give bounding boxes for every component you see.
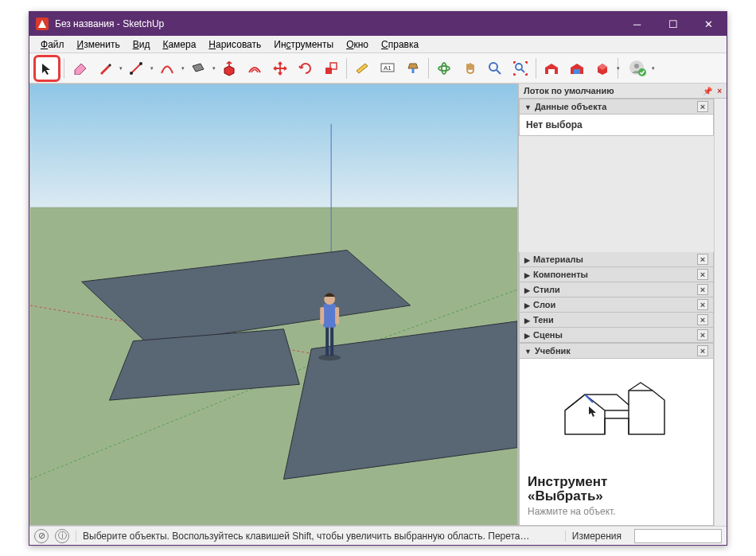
panel-close-icon[interactable]: × xyxy=(697,284,708,295)
svg-rect-18 xyxy=(30,84,517,208)
instructor-tool-name: Инструмент «Выбрать» xyxy=(528,475,705,504)
toolbar-separator xyxy=(346,58,347,79)
svg-rect-32 xyxy=(323,304,336,328)
line-tool-button[interactable]: ▾ xyxy=(124,56,148,80)
panel-close-icon[interactable]: × xyxy=(697,345,708,356)
window-title: Без названия - SketchUp xyxy=(55,18,619,29)
zoom-tool-button[interactable] xyxy=(483,56,507,80)
measurements-label: Измерения xyxy=(565,531,628,542)
svg-point-8 xyxy=(442,63,446,74)
pencil-tool-button[interactable]: ▾ xyxy=(93,56,117,80)
app-icon xyxy=(36,17,49,30)
svg-rect-34 xyxy=(335,307,339,325)
panel-entity-info[interactable]: ▼Данные объекта × xyxy=(519,99,714,115)
minimize-button[interactable]: ─ xyxy=(619,12,655,36)
panel-materials[interactable]: ▶Материалы × xyxy=(519,252,714,267)
svg-line-0 xyxy=(131,64,141,73)
close-button[interactable]: ✕ xyxy=(691,12,727,36)
warehouse-blue-button[interactable] xyxy=(565,56,589,80)
menu-edit[interactable]: Изменить xyxy=(71,37,127,52)
panel-close-icon[interactable]: × xyxy=(697,329,708,340)
menu-draw[interactable]: Нарисовать xyxy=(202,37,267,52)
toolbar-separator xyxy=(64,58,64,79)
svg-rect-5 xyxy=(381,64,394,72)
svg-text:A1: A1 xyxy=(384,64,392,72)
maximize-button[interactable]: ☐ xyxy=(655,12,691,36)
orbit-tool-button[interactable] xyxy=(432,56,456,80)
menu-window[interactable]: Окно xyxy=(340,37,375,52)
svg-rect-31 xyxy=(330,326,333,356)
credits-icon[interactable]: ⓘ xyxy=(55,529,69,543)
panel-close-icon[interactable]: × xyxy=(697,299,708,310)
pin-icon[interactable]: 📌 xyxy=(703,87,712,95)
panel-components[interactable]: ▶Компоненты × xyxy=(519,267,714,282)
measurements-input[interactable] xyxy=(634,529,722,543)
svg-point-11 xyxy=(516,64,522,70)
move-tool-button[interactable] xyxy=(268,56,292,80)
pan-tool-button[interactable] xyxy=(458,56,481,80)
offset-tool-button[interactable] xyxy=(243,56,267,80)
default-tray: Лоток по умолчанию 📌 × ▼Данные объекта ×… xyxy=(518,84,727,526)
panel-instructor[interactable]: ▼Учебник × xyxy=(519,343,714,359)
statusbar: ⊘ ⓘ Выберите объекты. Воспользуйтесь кла… xyxy=(29,526,727,545)
toolbar-separator xyxy=(428,58,429,79)
svg-rect-13 xyxy=(548,69,555,74)
svg-point-15 xyxy=(629,60,644,75)
panel-close-icon[interactable]: × xyxy=(697,314,708,325)
svg-point-9 xyxy=(489,63,497,71)
toolbar-separator xyxy=(536,58,536,79)
menubar: Файл Изменить Вид Камера Нарисовать Инст… xyxy=(29,36,727,53)
instructor-illustration xyxy=(549,375,684,462)
geolocation-icon[interactable]: ⊘ xyxy=(34,529,49,543)
panel-scenes[interactable]: ▶Сцены × xyxy=(519,328,714,343)
panel-close-icon[interactable]: × xyxy=(697,101,708,112)
instructor-hint: Нажмите на объект. xyxy=(528,506,705,517)
text-tool-button[interactable]: A1 xyxy=(376,56,399,80)
menu-file[interactable]: Файл xyxy=(34,37,71,52)
rotate-tool-button[interactable] xyxy=(294,56,318,80)
paint-tool-button[interactable] xyxy=(401,56,425,80)
pushpull-tool-button[interactable] xyxy=(217,56,241,80)
menu-tools[interactable]: Инструменты xyxy=(267,37,340,52)
scale-tool-button[interactable] xyxy=(319,56,343,80)
svg-rect-3 xyxy=(325,68,332,74)
panel-shadows[interactable]: ▶Тени × xyxy=(519,313,714,328)
svg-rect-4 xyxy=(330,63,337,69)
svg-rect-30 xyxy=(325,326,329,356)
panel-close-icon[interactable]: × xyxy=(697,269,708,280)
svg-rect-33 xyxy=(320,307,324,325)
menu-view[interactable]: Вид xyxy=(127,37,157,52)
extensions-button[interactable]: ▾ xyxy=(590,56,614,80)
eraser-tool-button[interactable] xyxy=(68,56,92,80)
zoom-extents-tool-button[interactable] xyxy=(509,56,532,80)
panel-layers[interactable]: ▶Слои × xyxy=(519,297,714,313)
toolbar: ▾ ▾ ▾ ▾ xyxy=(29,53,727,84)
menu-help[interactable]: Справка xyxy=(375,37,425,52)
select-tool-button[interactable] xyxy=(33,55,60,82)
entity-info-body: Нет выбора xyxy=(519,115,714,136)
titlebar: Без названия - SketchUp ─ ☐ ✕ xyxy=(29,12,727,36)
svg-rect-14 xyxy=(574,69,580,74)
panel-close-icon[interactable]: × xyxy=(697,254,708,265)
tape-tool-button[interactable] xyxy=(350,56,374,80)
main-area: Лоток по умолчанию 📌 × ▼Данные объекта ×… xyxy=(29,84,727,526)
menu-camera[interactable]: Камера xyxy=(156,37,202,52)
viewport-3d[interactable] xyxy=(29,84,518,526)
svg-point-2 xyxy=(139,62,142,65)
svg-point-17 xyxy=(638,68,646,76)
svg-point-29 xyxy=(318,355,341,361)
panel-styles[interactable]: ▶Стили × xyxy=(519,282,714,297)
status-hint: Выберите объекты. Воспользуйтесь клавише… xyxy=(76,531,559,542)
svg-point-7 xyxy=(438,66,450,71)
tray-header[interactable]: Лоток по умолчанию 📌 × xyxy=(519,84,727,99)
tray-close-icon[interactable]: × xyxy=(717,87,722,95)
svg-line-12 xyxy=(521,69,524,72)
arc-tool-button[interactable]: ▾ xyxy=(155,56,179,80)
user-account-button[interactable]: ▾ xyxy=(625,56,649,80)
app-window: Без названия - SketchUp ─ ☐ ✕ Файл Измен… xyxy=(29,11,727,546)
svg-line-10 xyxy=(497,70,501,74)
warehouse-red-button[interactable] xyxy=(540,56,563,80)
tray-scrollbar[interactable] xyxy=(714,99,727,526)
svg-point-16 xyxy=(634,64,639,68)
rectangle-tool-button[interactable]: ▾ xyxy=(186,56,210,80)
